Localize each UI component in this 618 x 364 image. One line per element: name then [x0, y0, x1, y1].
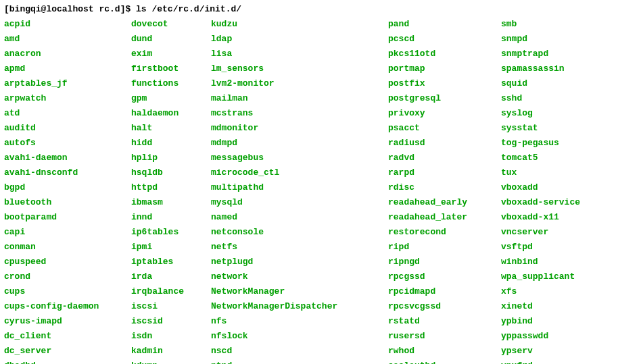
file-entry: yppasswdd — [501, 329, 580, 344]
file-entry: firstboot — [131, 61, 211, 76]
file-entry: ntpd — [211, 359, 388, 364]
file-entry: netplugd — [211, 255, 388, 269]
file-entry: NetworkManagerDispatcher — [211, 299, 388, 314]
file-entry: tomcat5 — [501, 151, 580, 165]
file-entry: avahi-dnsconfd — [4, 165, 131, 180]
file-entry: nfslock — [211, 329, 388, 344]
file-entry: xinetd — [501, 299, 580, 314]
file-entry: kudzu — [211, 17, 388, 32]
file-entry: atd — [4, 106, 131, 121]
file-entry: nfs — [211, 314, 388, 329]
file-entry: rarpd — [388, 165, 501, 180]
file-entry: xfs — [501, 284, 580, 299]
file-entry: lvm2-monitor — [211, 76, 388, 91]
file-entry: NetworkManager — [211, 284, 388, 299]
file-entry: vsftpd — [501, 240, 580, 255]
file-entry: cyrus-imapd — [4, 314, 131, 329]
file-entry: kadmin — [131, 344, 211, 359]
file-entry: psacct — [388, 121, 501, 136]
file-entry: ypserv — [501, 344, 580, 359]
file-entry: multipathd — [211, 180, 388, 195]
file-entry: ibmasm — [131, 195, 211, 210]
file-entry: autofs — [4, 136, 131, 151]
file-entry: messagebus — [211, 151, 388, 165]
file-entry: anacron — [4, 47, 131, 61]
file-entry: hplip — [131, 151, 211, 165]
file-entry: pcscd — [388, 32, 501, 47]
file-entry: irqbalance — [131, 284, 211, 299]
file-entry: rusersd — [388, 329, 501, 344]
file-entry: smb — [501, 17, 580, 32]
listing-column-1: dovecotdundeximfirstbootfunctionsgpmhald… — [131, 17, 211, 364]
file-entry: lm_sensors — [211, 61, 388, 76]
file-entry: rwhod — [388, 344, 501, 359]
file-entry: postfix — [388, 76, 501, 91]
file-entry: avahi-daemon — [4, 151, 131, 165]
file-entry: rdisc — [388, 180, 501, 195]
file-entry: arpwatch — [4, 91, 131, 106]
file-entry: rpcgssd — [388, 269, 501, 284]
file-entry: winbind — [501, 255, 580, 269]
file-entry: microcode_ctl — [211, 165, 388, 180]
file-entry: haldaemon — [131, 106, 211, 121]
file-entry: amd — [4, 32, 131, 47]
file-entry: ldap — [211, 32, 388, 47]
file-entry: crond — [4, 269, 131, 284]
file-entry: irda — [131, 269, 211, 284]
file-entry: saslauthd — [388, 359, 501, 364]
file-entry: spamassassin — [501, 61, 580, 76]
file-entry: cups — [4, 284, 131, 299]
listing-column-0: acpidamdanacronapmdarptables_jfarpwatcha… — [4, 17, 131, 364]
file-entry: kdump — [131, 359, 211, 364]
file-entry: radiusd — [388, 136, 501, 151]
file-entry: httpd — [131, 180, 211, 195]
file-entry: sshd — [501, 91, 580, 106]
file-entry: innd — [131, 210, 211, 225]
file-entry: iptables — [131, 255, 211, 269]
file-entry: ip6tables — [131, 225, 211, 240]
file-entry: dund — [131, 32, 211, 47]
file-entry: radvd — [388, 151, 501, 165]
file-entry: wpa_supplicant — [501, 269, 580, 284]
file-entry: apmd — [4, 61, 131, 76]
file-entry: vboxadd — [501, 180, 580, 195]
file-entry: portmap — [388, 61, 501, 76]
file-entry: nscd — [211, 344, 388, 359]
file-entry: iscsid — [131, 314, 211, 329]
file-entry: hsqldb — [131, 165, 211, 180]
file-entry: auditd — [4, 121, 131, 136]
file-entry: readahead_later — [388, 210, 501, 225]
file-entry: cpuspeed — [4, 255, 131, 269]
file-entry: capi — [4, 225, 131, 240]
file-entry: ipmi — [131, 240, 211, 255]
file-entry: halt — [131, 121, 211, 136]
file-entry: hidd — [131, 136, 211, 151]
file-entry: named — [211, 210, 388, 225]
file-entry: vboxadd-x11 — [501, 210, 580, 225]
file-entry: dhcdbd — [4, 359, 131, 364]
file-entry: rpcidmapd — [388, 284, 501, 299]
listing-column-4: smbsnmpdsnmptrapdspamassassinsquidsshdsy… — [501, 17, 580, 364]
file-entry: vncserver — [501, 225, 580, 240]
file-entry: lisa — [211, 47, 388, 61]
file-entry: dc_server — [4, 344, 131, 359]
file-entry: postgresql — [388, 91, 501, 106]
file-entry: mdmpd — [211, 136, 388, 151]
file-entry: exim — [131, 47, 211, 61]
file-entry: ypxfrd — [501, 359, 580, 364]
shell-prompt: [bingqi@localhost rc.d]$ ls /etc/rc.d/in… — [4, 4, 614, 14]
file-entry: snmptrapd — [501, 47, 580, 61]
file-entry: ypbind — [501, 314, 580, 329]
file-entry: pkcs11otd — [388, 47, 501, 61]
file-entry: readahead_early — [388, 195, 501, 210]
file-entry: conman — [4, 240, 131, 255]
file-entry: squid — [501, 76, 580, 91]
file-entry: gpm — [131, 91, 211, 106]
file-entry: mdmonitor — [211, 121, 388, 136]
listing-column-3: pandpcscdpkcs11otdportmappostfixpostgres… — [388, 17, 501, 364]
file-entry: iscsi — [131, 299, 211, 314]
file-entry: mcstrans — [211, 106, 388, 121]
file-entry: mailman — [211, 91, 388, 106]
file-entry: bluetooth — [4, 195, 131, 210]
ls-output: acpidamdanacronapmdarptables_jfarpwatcha… — [4, 17, 614, 364]
